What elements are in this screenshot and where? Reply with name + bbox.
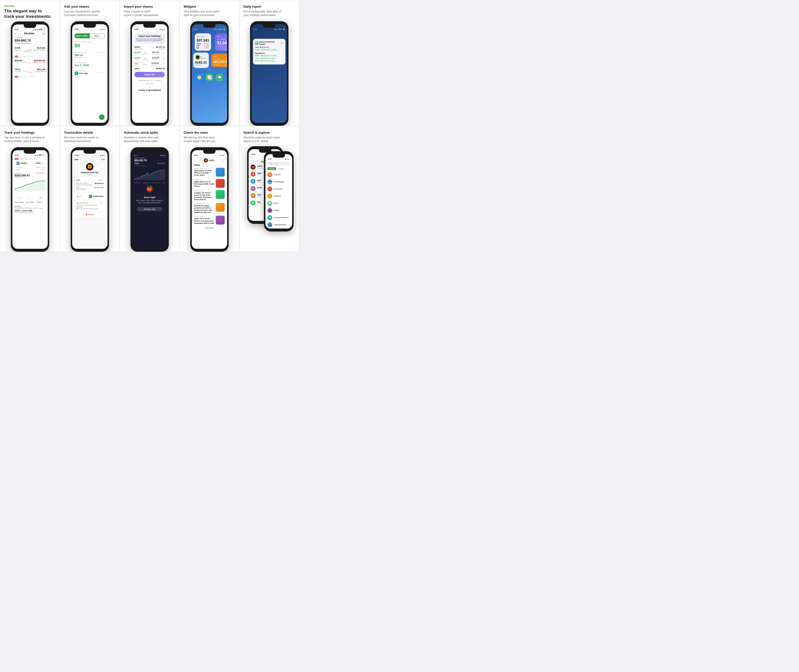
consumer-icon: 🛒: [267, 187, 272, 192]
tech-icon: 💻: [267, 179, 272, 184]
tab-sell[interactable]: SELL: [90, 34, 105, 38]
import-row-2: Bought Aug 10 36shares $131.42 per share…: [132, 56, 167, 61]
goog-icon: G: [16, 162, 20, 165]
phone-4: 3:14▲▲ WiFi 🔋 Stocketa $37,341 TSLA-2.58…: [190, 21, 229, 126]
asset-tabs[interactable]: Stocks Crypto: [266, 166, 292, 171]
finance-icon: 💰: [267, 194, 272, 198]
cell-title-widgets: Widgets: [184, 5, 196, 9]
aapl-news-icon: 🍎: [204, 158, 208, 162]
learn-how-link[interactable]: Learn how: [132, 82, 167, 85]
broker-info: Broker 🌿 Robinhood: [74, 193, 106, 200]
cell-title-splits: Automatic stock splits: [124, 131, 158, 135]
cell-subtitle-splits: Stocketa is smarter than yourspreadsheet…: [124, 136, 159, 143]
create-spreadsheet-link[interactable]: Create a spreadsheet: [132, 88, 167, 93]
cell-subtitle-import: Have a bunch to add?Import a simple spre…: [124, 10, 159, 17]
search-icon: 🔍: [269, 163, 272, 165]
phone-10-front-screen: 3:14▲▲▲ 🔍 Search Stocks Crypto ⭐ Popular: [266, 154, 292, 229]
file-hint: tab-separated .tsv or .txt files: [132, 79, 167, 82]
stock-split-button[interactable]: Y Stock s...: [35, 195, 45, 203]
phone-9-screen: 3:14▲▲▲ ··· 🍎 AAPL ✕ News Mar: [192, 150, 227, 249]
safari-icon[interactable]: 🧭: [196, 74, 203, 81]
amzn-widget: 🅰 ▲ 2.29% $162.31 Stocketa: [193, 53, 209, 68]
sell-shares-button[interactable]: − Sell shares: [25, 195, 35, 203]
comms-icon: 📡: [267, 215, 272, 220]
chart-period-tabs[interactable]: 1D 3M 6M 1Y 5Y: [12, 157, 48, 160]
category-finance[interactable]: 💰 Finance: [266, 193, 292, 200]
app-name: Stocketa: [24, 32, 34, 35]
category-consumer[interactable]: 🛒 Consumer: [266, 186, 292, 193]
report-app-icon: 📊: [255, 41, 258, 45]
cell-subtitle-news: Wondering why that stocksurged today? We…: [184, 136, 216, 143]
stocks-icon[interactable]: 📈: [206, 74, 213, 81]
add-shares-button[interactable]: + Add shares: [15, 195, 24, 203]
edit-button[interactable]: Edit: [101, 158, 105, 161]
news-item-3[interactable]: Benzinga · 3h Is Apple The Perfect Stock…: [192, 189, 227, 202]
eth-widget: ETH ▲ ▲ 1.86% $1,845.46 Stocketa: [215, 34, 227, 51]
stock-row-aapl[interactable]: AAPL Apple Inc $174.55 +1.52 (+0.88%): [12, 45, 48, 56]
buy-sell-tabs[interactable]: BUY AAPL SELL: [75, 34, 105, 38]
tsla-chart: [23, 68, 33, 74]
stock-row-tsla[interactable]: TSLA Tesla Inc $911.99 -7.70 (-0.84%): [12, 67, 48, 76]
daily-report-notification: 📊 Daily Investment Report now Total: $95…: [253, 39, 285, 64]
cell-transactions: Transaction details See how much you mad…: [60, 126, 120, 252]
import-row-3: Sold Aug 17 30shares $139.92 per share ✓: [132, 61, 167, 67]
news-item-4[interactable]: CNBC Television · 3h Demand for Apple pr…: [192, 202, 227, 215]
phone-7: 3:14▲▲▲ Sale Edit 🅰 Amazon.com Inc AMZN …: [71, 147, 109, 252]
shares-field: Number of AAPL shares 50: [72, 40, 107, 49]
select-file-button[interactable]: Select file: [135, 72, 165, 77]
app-header: ≡ Stocketa 🔍: [12, 32, 48, 36]
news-item-5[interactable]: Yahoo Finance · 3h Apple set to unveil i…: [192, 215, 227, 226]
cell-subtitle-search: Stocketa supports most cryptoassets & U.…: [243, 136, 280, 143]
stock-row-btc[interactable]: Bitcoin BTC $23,391.00 -494.92 (-2.07%): [12, 58, 48, 67]
phone-notch-2: [83, 24, 96, 28]
btc-chart: [24, 59, 30, 66]
messages-icon[interactable]: 💬: [216, 74, 223, 81]
back-icon[interactable]: ‹: [251, 157, 251, 160]
tab-crypto[interactable]: Crypto: [277, 167, 286, 170]
manage-split-button[interactable]: Manage split: [137, 207, 162, 211]
delete-button[interactable]: 🗑 Delete: [74, 212, 106, 217]
cell-widgets: Widgets Your portfolio and stock favesri…: [179, 0, 239, 126]
brand-tag: Stocketa: [4, 5, 14, 7]
cell-subtitle-tx: See how much you made onindividual trans…: [64, 136, 98, 143]
status-icons: ▲▲▲WiFi🔋: [33, 29, 45, 30]
confirm-button[interactable]: ✓: [99, 114, 104, 120]
phone-6-screen: 3:14▲▲ WiFi 🔋 1D 3M 6M 1Y 5Y G GOOG 1.54…: [12, 150, 48, 249]
tx-header: Sale Edit: [72, 157, 107, 162]
category-popular[interactable]: ⭐ Popular: [266, 171, 292, 178]
category-etfs[interactable]: 📊 ETFs: [266, 200, 292, 207]
price-field: Price per share OPTIONAL $60.24 Total: $…: [72, 51, 107, 59]
broker-name: Cash App: [79, 72, 88, 74]
tab-buy[interactable]: BUY AAPL: [75, 34, 90, 38]
cell-stock-splits: Automatic stock splits Stocketa is smart…: [120, 126, 179, 252]
cell-hero: Stocketa The elegant way totrack your in…: [0, 0, 60, 126]
holdings-chart: [15, 179, 45, 192]
aapl-chart: [24, 47, 32, 54]
phone-notch-10: [259, 149, 271, 153]
news-item-2[interactable]: Investor · 3h Apple shares are on their …: [192, 178, 227, 189]
activity-section: Activity Shareholder for 8 years and 1 m…: [12, 205, 48, 214]
news-item-1[interactable]: Market Watch · 32m Apple plans to unveil…: [192, 167, 227, 178]
import-box: Import your holdings Add your buy and se…: [134, 33, 165, 43]
robinhood-icon: 🌿: [89, 195, 92, 198]
view-more-button[interactable]: View more: [192, 226, 227, 230]
aapl-icon-list: 🍎: [251, 165, 256, 170]
phone-notch-9: [203, 150, 216, 154]
category-communications[interactable]: 📡 Communications: [266, 214, 292, 221]
category-technology[interactable]: 💻 Technology: [266, 178, 292, 186]
news-img-5: [216, 216, 225, 225]
phone-4-screen: 3:14▲▲ WiFi 🔋 Stocketa $37,341 TSLA-2.58…: [192, 24, 227, 123]
phone-3-screen: 3:14▲▲▲ Import your holdings Add your bu…: [132, 24, 167, 123]
search-input[interactable]: 🔍 Search: [267, 162, 290, 166]
cell-add-shares: Add your shares Log your transactions, s…: [60, 0, 120, 126]
phone-notch: [24, 24, 36, 28]
cell-search: Search & explore Stocketa supports most …: [239, 126, 299, 252]
tab-stocks[interactable]: Stocks: [267, 167, 276, 170]
svg-marker-1: [15, 181, 45, 192]
cell-title-track: Track your holdings: [4, 131, 35, 135]
category-transportation[interactable]: 🚗 Transportation: [266, 221, 292, 229]
company-section: 🅰 Amazon.com Inc AMZN: [72, 162, 107, 176]
cell-subtitle-widgets: Your portfolio and stock favesright on y…: [184, 10, 219, 17]
category-retail[interactable]: 🛍 Retail: [266, 207, 292, 214]
hero-title: The elegant way totrack your investments…: [4, 8, 51, 19]
